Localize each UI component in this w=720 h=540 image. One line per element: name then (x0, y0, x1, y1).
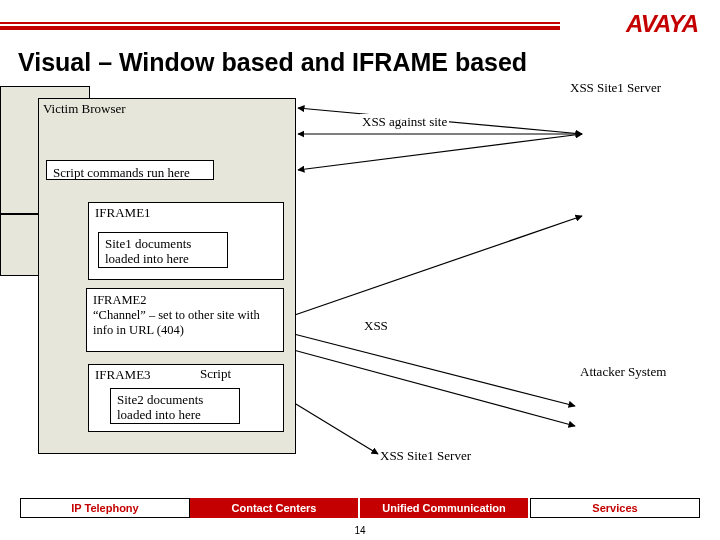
footer-item-unified-communication: Unified Communication (360, 498, 530, 518)
xss-against-site-label: XSS against site (360, 114, 449, 130)
iframe2-desc: “Channel” – set to other site with info … (93, 308, 260, 337)
victim-browser-label: Victim Browser (43, 101, 126, 117)
svg-line-5 (286, 332, 575, 406)
xss-label: XSS (362, 318, 390, 334)
header: AVAYA (0, 10, 720, 44)
attacker-system-label: Attacker System (580, 364, 666, 380)
svg-line-2 (298, 134, 582, 170)
iframe3-label: IFRAME3 (95, 367, 151, 383)
diagram: Victim Browser XSS Site1 Server XSS agai… (0, 86, 720, 476)
page-number: 14 (0, 525, 720, 536)
brand-logo: AVAYA (626, 10, 698, 38)
slide-title: Visual – Window based and IFRAME based (18, 48, 527, 77)
script-commands-box: Script commands run here (46, 160, 214, 180)
svg-line-6 (286, 348, 575, 426)
iframe2-box: IFRAME2 “Channel” – set to other site wi… (86, 288, 284, 352)
xss-site1-server-bottom-label: XSS Site1 Server (380, 448, 471, 464)
svg-line-7 (286, 398, 378, 454)
script-label: Script (200, 366, 231, 382)
iframe2-label: IFRAME2 (93, 293, 277, 308)
footer-item-ip-telephony: IP Telephony (20, 498, 190, 518)
svg-line-4 (286, 216, 582, 318)
xss-site1-server-label: XSS Site1 Server (570, 80, 690, 96)
header-stripes (0, 22, 560, 32)
footer-item-services: Services (530, 498, 700, 518)
slide: AVAYA Visual – Window based and IFRAME b… (0, 0, 720, 540)
footer-nav: IP Telephony Contact Centers Unified Com… (20, 498, 700, 518)
site2-documents-box: Site2 documents loaded into here (110, 388, 240, 424)
iframe1-label: IFRAME1 (95, 205, 151, 221)
site1-documents-box: Site1 documents loaded into here (98, 232, 228, 268)
footer-item-contact-centers: Contact Centers (190, 498, 360, 518)
